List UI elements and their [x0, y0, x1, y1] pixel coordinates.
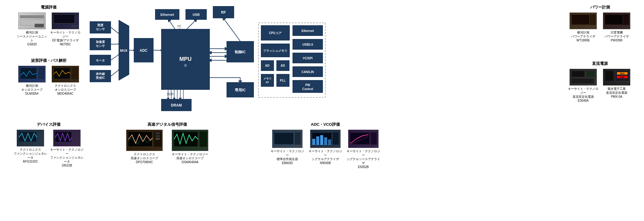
svg-rect-88: [316, 136, 319, 145]
svg-text:Ethernet: Ethernet: [161, 13, 174, 16]
wt1800e-image: [570, 12, 597, 29]
device-eval-title: デバイス評価: [12, 122, 85, 127]
afg3102c-image: [17, 130, 44, 146]
page-container: 照度 センサ 加速度 センサ モータ 赤外線 受信IC MUX ADC: [0, 0, 644, 221]
svg-text:CAN/LIN: CAN/LIN: [302, 70, 314, 74]
instrument-gs820: 横河計測ソースメジャーユニットGS820: [17, 12, 47, 46]
dc-power-group: 直流電源 キーサイト・テクノロジー直流安定化電源E3640A 88.8 8.88: [565, 61, 635, 103]
dsa90404a-label: キーサイト・テクノロジー高速オシロスコープDSA90404A: [172, 152, 208, 164]
instrument-n9030b: キーサイト・テクノロジーシグナルアナライザN9030B: [308, 130, 343, 169]
e5052b-image: [348, 130, 379, 148]
n6705c-image: [52, 12, 79, 29]
instrument-wt1800e: 横河計測パワーアナライザWT1800E: [568, 12, 598, 42]
pmx5a-image: 88.8 8.88: [603, 69, 630, 86]
svg-text:MUX: MUX: [120, 49, 128, 52]
afg3102c-label: テクトロニクスファンクションジェネレータAFG3102C: [14, 148, 47, 163]
svg-line-61: [223, 18, 240, 41]
dpo70804c-image: [126, 130, 163, 151]
instrument-e3640a: キーサイト・テクノロジー直流安定化電源E3640A: [568, 69, 598, 103]
svg-text:受信IC: 受信IC: [96, 76, 105, 79]
instrument-e8663d: キーサイト・テクノロジー標準信号発生器E8663D: [270, 130, 305, 169]
power-measure-title: パワー計測: [565, 5, 635, 10]
e3640a-image: [570, 69, 597, 86]
dsa90404a-image: [172, 130, 208, 151]
33522b-label: キーサイト・テクノロジーファンクションジェネレータ33522B: [50, 148, 84, 167]
svg-text:CPUコア: CPUコア: [269, 31, 281, 35]
svg-line-16: [111, 70, 119, 76]
power-eval-group: 電源評価 横河計測ソースメジャーユニットGS820 キーサイト・テクノロジーDC…: [15, 5, 82, 46]
svg-rect-90: [324, 137, 327, 145]
instrument-pmx5a: 88.8 8.88 菊水電子工業直流安定化電源PMX-5A: [601, 69, 632, 103]
dlm3054-label: 横河計測オシロスコープDLM3054: [21, 84, 43, 96]
mdo4054c-image: [52, 66, 79, 82]
instrument-afg3102c: テクトロニクスファンクションジェネレータAFG3102C: [14, 130, 47, 167]
svg-text:センサ: センサ: [96, 27, 105, 31]
instrument-dpo70804c: テクトロニクス高速オシロスコープDPO70804C: [123, 130, 166, 164]
waveform-eval-group: 波形評価・バス解析 横河計測オシロスコープDLM3054: [15, 58, 82, 96]
svg-text:ADC: ADC: [140, 48, 147, 53]
svg-text:照度: 照度: [97, 23, 104, 27]
adc-vco-eval-group: ADC・VCO評価 キーサイト・テクノロジー標準信号発生器E8663D: [265, 122, 386, 169]
svg-text:MPU: MPU: [179, 56, 192, 62]
svg-line-60: [187, 20, 196, 29]
waveform-eval-title: 波形評価・バス解析: [15, 58, 82, 63]
33522b-image: [53, 130, 81, 146]
svg-text:I²C/SPI: I²C/SPI: [303, 57, 313, 60]
svg-text:赤外線: 赤外線: [96, 72, 105, 75]
n9030b-image: [310, 130, 341, 148]
svg-line-15: [111, 55, 119, 60]
instrument-pw3390: 日置電機パワーアナライザPW3390: [601, 12, 632, 42]
svg-text:PW: PW: [305, 83, 310, 87]
svg-text:センサ: センサ: [96, 44, 105, 47]
n9030b-label: キーサイト・テクノロジーシグナルアナライザN9030B: [308, 149, 343, 165]
dlm3054-image: [18, 66, 46, 82]
gs820-label: 横河計測ソースメジャーユニットGS820: [17, 30, 47, 46]
svg-text:制御IC: 制御IC: [234, 50, 246, 54]
svg-text:AD: AD: [265, 64, 269, 67]
power-measure-group: パワー計測 横河計測パワーアナライザWT1800E 日置電機パワーアナライザPW…: [565, 5, 635, 42]
svg-rect-89: [320, 135, 323, 145]
svg-point-27: [184, 64, 187, 67]
pw3390-label: 日置電機パワーアナライザPW3390: [604, 30, 629, 42]
pmx5a-label: 菊水電子工業直流安定化電源PMX-5A: [606, 87, 627, 99]
gs820-image: [18, 12, 46, 29]
svg-text:モータ: モータ: [96, 59, 105, 62]
instrument-dlm3054: 横河計測オシロスコープDLM3054: [17, 66, 47, 96]
svg-text:フラッシュメモリ: フラッシュメモリ: [263, 49, 287, 52]
svg-rect-71: [261, 74, 274, 87]
dpo70804c-label: テクトロニクス高速オシロスコープDPO70804C: [131, 152, 158, 164]
instrument-dsa90404a: キーサイト・テクノロジー高速オシロスコープDSA90404A: [169, 130, 211, 164]
n6705c-label: キーサイト・テクノロジーDC電源/アナライザN6705C: [50, 30, 81, 46]
svg-text:I²C: I²C: [177, 25, 181, 28]
svg-text:DRAM: DRAM: [171, 103, 182, 107]
svg-text:USB: USB: [192, 13, 199, 16]
wt1800e-label: 横河計測パワーアナライザWT1800E: [571, 30, 595, 42]
instrument-e5052b: キーサイト・テクノロジーシグナルソースアナライザE5052B: [346, 130, 381, 169]
mdo4054c-label: テクトロニクスオシロスコープMDO4054C: [55, 84, 76, 96]
svg-text:Control: Control: [302, 87, 313, 91]
svg-text:専用IC: 専用IC: [235, 88, 246, 92]
svg-line-13: [111, 27, 119, 33]
svg-line-59: [169, 20, 175, 29]
svg-text:IO: IO: [266, 81, 269, 84]
adc-vco-eval-title: ADC・VCO評価: [265, 122, 386, 127]
svg-text:加速度: 加速度: [95, 40, 105, 44]
highspeed-eval-group: 高速デジタル信号評価 テクトロニ: [113, 122, 222, 164]
highspeed-eval-title: 高速デジタル信号評価: [113, 122, 222, 127]
device-eval-group: デバイス評価 テクトロニクスファンクションジェネレータAFG3102C: [12, 122, 85, 167]
instrument-mdo4054c: テクトロニクスオシロスコープMDO4054C: [50, 66, 81, 96]
svg-rect-87: [312, 139, 315, 145]
svg-rect-91: [328, 139, 331, 145]
e8663d-image: [272, 130, 303, 148]
pw3390-image: [603, 12, 630, 29]
svg-text:PLL: PLL: [280, 79, 286, 82]
instrument-n6705c: キーサイト・テクノロジーDC電源/アナライザN6705C: [50, 12, 81, 46]
system-diagram: 照度 センサ 加速度 センサ モータ 赤外線 受信IC MUX ADC: [90, 5, 327, 117]
svg-text:メモリ: メモリ: [263, 77, 272, 80]
svg-text:RF: RF: [221, 10, 226, 15]
svg-text:Ethernet: Ethernet: [302, 29, 314, 33]
e3640a-label: キーサイト・テクノロジー直流安定化電源E3640A: [568, 87, 598, 103]
e5052b-label: キーサイト・テクノロジーシグナルソースアナライザE5052B: [346, 149, 381, 169]
svg-text:AD: AD: [281, 64, 285, 67]
dc-power-title: 直流電源: [565, 61, 635, 66]
